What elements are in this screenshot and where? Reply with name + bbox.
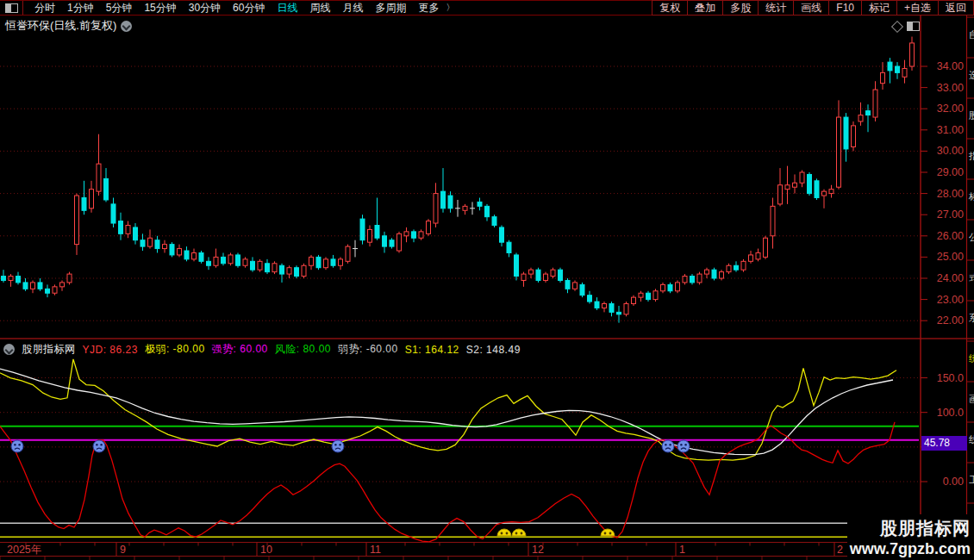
period-tab-4[interactable]: 30分钟 (183, 1, 227, 15)
candle-down (478, 202, 482, 206)
candle-down (38, 283, 42, 289)
toolbar-button-复权[interactable]: 复权 (652, 0, 687, 16)
mini-split-window-icon[interactable] (907, 22, 920, 31)
candle-up (97, 164, 101, 191)
right-strip-item[interactable]: 画 (969, 394, 974, 404)
period-tab-8[interactable]: 月线 (336, 1, 369, 15)
stock-title-text: 恒誉环保(日线.前复权) (5, 18, 116, 34)
candle-up (214, 257, 218, 265)
candle-down (104, 178, 109, 200)
candle-up (287, 268, 291, 274)
period-tab-6[interactable]: 日线 (271, 1, 303, 15)
period-menu: 分时1分钟5分钟15分钟30分钟60分钟日线周线月线多周期更多〉 (28, 1, 652, 15)
right-strip-item[interactable]: 股 (969, 110, 974, 121)
candle-down (536, 270, 540, 280)
price-axis-label: 22.00 (937, 314, 964, 327)
candle-up (881, 72, 885, 83)
candle-up (258, 261, 262, 270)
right-strip-item[interactable]: 指 (968, 151, 974, 161)
candle-up (829, 190, 834, 194)
right-strip-item[interactable]: 公 (969, 232, 974, 242)
period-tab-10[interactable]: 更多 (412, 1, 445, 15)
indicator-field-6: S2: 148.49 (466, 344, 521, 356)
candle-down (588, 296, 592, 302)
period-tab-1[interactable]: 1分钟 (61, 1, 100, 15)
candle-down (507, 242, 511, 252)
period-tab-7[interactable]: 周线 (303, 1, 336, 15)
smiley-face-marker (601, 529, 615, 536)
indicator-header: 股朋指标网 YJD: 86.23极弱: -80.00强势: 60.00风险: 8… (3, 342, 521, 357)
toolbar-button-叠加[interactable]: 叠加 (687, 0, 722, 16)
right-strip-item[interactable]: 统 (969, 353, 974, 364)
candle-up (741, 261, 746, 270)
chart-canvas[interactable]: 34.0033.0032.0031.0030.0029.0028.0027.00… (0, 0, 974, 560)
candle-up (661, 284, 665, 290)
toolbar-button-标记[interactable]: 标记 (861, 0, 896, 16)
period-tab-0[interactable]: 分时 (28, 1, 61, 15)
candle-up (67, 274, 72, 283)
candle-up (404, 232, 409, 236)
right-strip-item[interactable]: 系 (969, 313, 974, 323)
candle-down (734, 265, 739, 270)
candle-up (339, 259, 343, 265)
candle-down (668, 284, 672, 290)
period-tab-9[interactable]: 多周期 (369, 1, 412, 15)
candle-down (500, 227, 504, 242)
trading-app-window: 34.0033.0032.0031.0030.0029.0028.0027.00… (0, 0, 974, 560)
period-tab-5[interactable]: 60分钟 (227, 1, 271, 15)
indicator-chevron-down-icon[interactable] (3, 344, 15, 355)
watermark-site-name: 股朋指标网 (847, 517, 971, 540)
candle-up (368, 229, 372, 242)
split-window-icon (5, 3, 18, 13)
right-strip-item[interactable]: 式 (969, 272, 974, 283)
price-axis-label: 29.00 (937, 166, 964, 178)
candle-up (397, 233, 402, 251)
candle-down (565, 280, 570, 289)
candle-down (485, 206, 490, 216)
candle-down (82, 198, 86, 211)
toolbar-button-自选[interactable]: +自选 (896, 0, 938, 16)
right-strip-item[interactable]: 线 (969, 434, 974, 445)
right-strip-item[interactable]: 选 (969, 70, 974, 80)
candle-down (441, 191, 446, 208)
split-window-button[interactable] (0, 1, 23, 15)
right-strip-item[interactable]: 标 (968, 191, 974, 202)
toolbar-button-返回[interactable]: 返回 (938, 0, 974, 16)
candle-down (448, 196, 453, 208)
right-strip-item[interactable]: 自 (969, 29, 974, 40)
period-tab-3[interactable]: 15分钟 (138, 1, 182, 15)
candle-down (119, 221, 123, 234)
period-tab-2[interactable]: 5分钟 (100, 1, 139, 15)
sad-face-marker (662, 440, 674, 452)
candle-up (837, 117, 841, 187)
candle-down (280, 265, 284, 274)
indicator-field-3: 风险: 80.00 (275, 342, 331, 357)
month-label: 1 (679, 544, 685, 556)
toolbar-button-画线[interactable]: 画线 (793, 0, 828, 16)
candle-up (419, 232, 423, 238)
candle-up (902, 68, 907, 77)
candle-up (653, 291, 658, 300)
toolbar-button-F10[interactable]: F10 (828, 0, 861, 16)
candle-up (705, 270, 709, 274)
candle-up (243, 259, 247, 265)
candle-down (199, 252, 203, 261)
toolbar-button-多股[interactable]: 多股 (722, 0, 758, 16)
toolbar-button-统计[interactable]: 统计 (758, 0, 793, 16)
candle-down (559, 270, 563, 280)
candle-up (324, 259, 328, 268)
indicator-axis-label: 100.0 (937, 407, 964, 419)
candle-down (896, 66, 900, 72)
candle-down (375, 226, 379, 239)
sad-face-marker (11, 440, 23, 452)
candle-down (331, 259, 335, 265)
candle-down (646, 293, 651, 299)
sad-face-marker (332, 440, 344, 452)
candle-up (9, 277, 13, 281)
indicator-field-1: 极弱: -80.00 (145, 342, 205, 357)
right-strip-item[interactable]: 工 (969, 475, 974, 485)
candle-down (23, 283, 28, 289)
candle-up (573, 283, 578, 289)
title-chevron-down-icon[interactable] (121, 21, 132, 32)
candle-down (295, 268, 299, 277)
